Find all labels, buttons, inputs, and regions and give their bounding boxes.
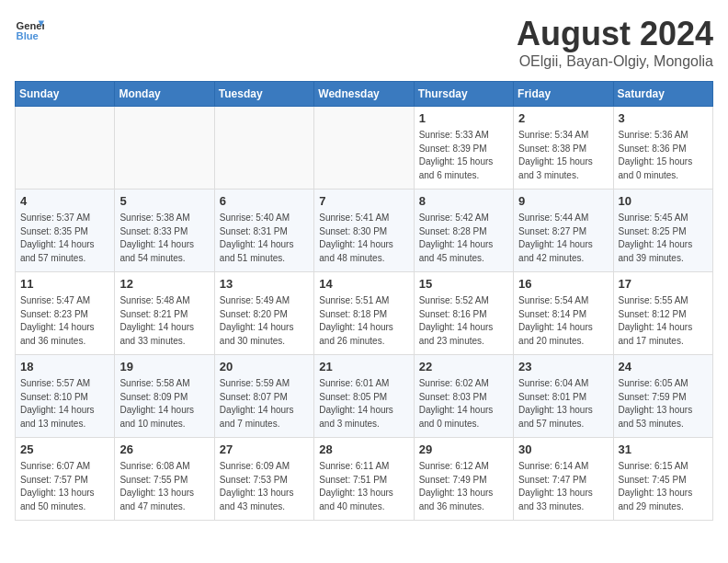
calendar-cell: 13Sunrise: 5:49 AM Sunset: 8:20 PM Dayli… [214,272,313,355]
calendar-cell: 8Sunrise: 5:42 AM Sunset: 8:28 PM Daylig… [414,190,513,272]
weekday-header-thursday: Thursday [414,82,513,107]
day-info: Sunrise: 5:59 AM Sunset: 8:07 PM Dayligh… [220,377,309,431]
calendar-week-2: 4Sunrise: 5:37 AM Sunset: 8:35 PM Daylig… [16,190,713,272]
day-info: Sunrise: 6:01 AM Sunset: 8:05 PM Dayligh… [319,377,408,431]
calendar-cell: 5Sunrise: 5:38 AM Sunset: 8:33 PM Daylig… [115,190,214,272]
day-number: 23 [518,359,608,375]
day-info: Sunrise: 6:14 AM Sunset: 7:47 PM Dayligh… [518,460,608,513]
day-number: 21 [319,359,408,375]
day-info: Sunrise: 5:44 AM Sunset: 8:27 PM Dayligh… [518,212,608,265]
calendar-cell [314,107,414,190]
day-number: 1 [419,110,508,127]
calendar-cell: 7Sunrise: 5:41 AM Sunset: 8:30 PM Daylig… [314,190,414,272]
day-info: Sunrise: 6:05 AM Sunset: 7:59 PM Dayligh… [619,377,708,431]
calendar-table: SundayMondayTuesdayWednesdayThursdayFrid… [15,81,713,521]
day-info: Sunrise: 6:15 AM Sunset: 7:45 PM Dayligh… [619,460,708,513]
day-number: 31 [619,442,708,458]
calendar-cell: 3Sunrise: 5:36 AM Sunset: 8:36 PM Daylig… [613,107,712,190]
day-number: 19 [119,359,209,375]
calendar-cell: 4Sunrise: 5:37 AM Sunset: 8:35 PM Daylig… [16,190,115,272]
day-info: Sunrise: 6:08 AM Sunset: 7:55 PM Dayligh… [119,460,209,513]
day-number: 16 [518,276,608,293]
day-info: Sunrise: 5:47 AM Sunset: 8:23 PM Dayligh… [20,294,109,348]
logo-icon: General Blue [15,15,44,44]
day-number: 2 [518,110,608,127]
day-info: Sunrise: 5:36 AM Sunset: 8:36 PM Dayligh… [619,129,708,182]
calendar-cell: 14Sunrise: 5:51 AM Sunset: 8:18 PM Dayli… [314,272,414,355]
calendar-cell: 23Sunrise: 6:04 AM Sunset: 8:01 PM Dayli… [514,355,613,438]
calendar-cell [214,107,313,190]
day-info: Sunrise: 5:37 AM Sunset: 8:35 PM Dayligh… [20,212,109,265]
calendar-cell: 24Sunrise: 6:05 AM Sunset: 7:59 PM Dayli… [613,355,712,438]
calendar-cell: 1Sunrise: 5:33 AM Sunset: 8:39 PM Daylig… [414,107,513,190]
calendar-cell: 26Sunrise: 6:08 AM Sunset: 7:55 PM Dayli… [115,438,214,521]
day-info: Sunrise: 6:11 AM Sunset: 7:51 PM Dayligh… [319,460,408,513]
calendar-cell: 20Sunrise: 5:59 AM Sunset: 8:07 PM Dayli… [214,355,313,438]
day-info: Sunrise: 5:51 AM Sunset: 8:18 PM Dayligh… [319,294,408,348]
day-info: Sunrise: 6:07 AM Sunset: 7:57 PM Dayligh… [20,460,109,513]
day-info: Sunrise: 5:54 AM Sunset: 8:14 PM Dayligh… [518,294,608,348]
day-number: 14 [319,276,408,293]
day-number: 6 [220,193,309,210]
calendar-cell: 17Sunrise: 5:55 AM Sunset: 8:12 PM Dayli… [613,272,712,355]
day-info: Sunrise: 5:45 AM Sunset: 8:25 PM Dayligh… [619,212,708,265]
calendar-cell: 9Sunrise: 5:44 AM Sunset: 8:27 PM Daylig… [514,190,613,272]
day-number: 24 [619,359,708,375]
day-number: 15 [419,276,508,293]
calendar-cell: 19Sunrise: 5:58 AM Sunset: 8:09 PM Dayli… [115,355,214,438]
svg-text:Blue: Blue [17,30,39,41]
calendar-cell: 29Sunrise: 6:12 AM Sunset: 7:49 PM Dayli… [414,438,513,521]
weekday-header-wednesday: Wednesday [314,82,414,107]
weekday-header-sunday: Sunday [16,82,115,107]
day-info: Sunrise: 5:41 AM Sunset: 8:30 PM Dayligh… [319,212,408,265]
day-number: 17 [619,276,708,293]
day-info: Sunrise: 5:55 AM Sunset: 8:12 PM Dayligh… [619,294,708,348]
calendar-cell [115,107,214,190]
weekday-header-row: SundayMondayTuesdayWednesdayThursdayFrid… [16,82,713,107]
logo: General Blue [15,15,44,44]
calendar-cell: 15Sunrise: 5:52 AM Sunset: 8:16 PM Dayli… [414,272,513,355]
calendar-cell: 18Sunrise: 5:57 AM Sunset: 8:10 PM Dayli… [16,355,115,438]
calendar-week-4: 18Sunrise: 5:57 AM Sunset: 8:10 PM Dayli… [16,355,713,438]
day-info: Sunrise: 6:09 AM Sunset: 7:53 PM Dayligh… [220,460,309,513]
title-area: August 2024 OElgii, Bayan-Olgiy, Mongoli… [517,15,713,70]
calendar-cell: 31Sunrise: 6:15 AM Sunset: 7:45 PM Dayli… [613,438,712,521]
weekday-header-tuesday: Tuesday [214,82,313,107]
day-number: 9 [518,193,608,210]
day-number: 3 [619,110,708,127]
calendar-cell: 30Sunrise: 6:14 AM Sunset: 7:47 PM Dayli… [514,438,613,521]
day-number: 27 [220,442,309,458]
calendar-cell: 21Sunrise: 6:01 AM Sunset: 8:05 PM Dayli… [314,355,414,438]
day-number: 5 [119,193,209,210]
day-number: 12 [119,276,209,293]
location-subtitle: OElgii, Bayan-Olgiy, Mongolia [517,53,713,70]
day-number: 11 [20,276,109,293]
day-number: 13 [220,276,309,293]
day-info: Sunrise: 5:40 AM Sunset: 8:31 PM Dayligh… [220,212,309,265]
day-info: Sunrise: 5:38 AM Sunset: 8:33 PM Dayligh… [119,212,209,265]
day-number: 20 [220,359,309,375]
day-number: 4 [20,193,109,210]
day-number: 22 [419,359,508,375]
day-info: Sunrise: 5:48 AM Sunset: 8:21 PM Dayligh… [119,294,209,348]
day-number: 7 [319,193,408,210]
day-info: Sunrise: 5:34 AM Sunset: 8:38 PM Dayligh… [518,129,608,182]
day-info: Sunrise: 5:49 AM Sunset: 8:20 PM Dayligh… [220,294,309,348]
day-number: 18 [20,359,109,375]
day-number: 26 [119,442,209,458]
day-number: 28 [319,442,408,458]
weekday-header-monday: Monday [115,82,214,107]
day-number: 25 [20,442,109,458]
calendar-week-1: 1Sunrise: 5:33 AM Sunset: 8:39 PM Daylig… [16,107,713,190]
day-number: 29 [419,442,508,458]
day-number: 10 [619,193,708,210]
month-title: August 2024 [517,15,713,53]
calendar-cell: 27Sunrise: 6:09 AM Sunset: 7:53 PM Dayli… [214,438,313,521]
day-info: Sunrise: 6:02 AM Sunset: 8:03 PM Dayligh… [419,377,508,431]
calendar-cell: 25Sunrise: 6:07 AM Sunset: 7:57 PM Dayli… [16,438,115,521]
day-info: Sunrise: 6:12 AM Sunset: 7:49 PM Dayligh… [419,460,508,513]
weekday-header-friday: Friday [514,82,613,107]
page-header: General Blue August 2024 OElgii, Bayan-O… [15,15,713,70]
day-info: Sunrise: 5:42 AM Sunset: 8:28 PM Dayligh… [419,212,508,265]
calendar-week-5: 25Sunrise: 6:07 AM Sunset: 7:57 PM Dayli… [16,438,713,521]
